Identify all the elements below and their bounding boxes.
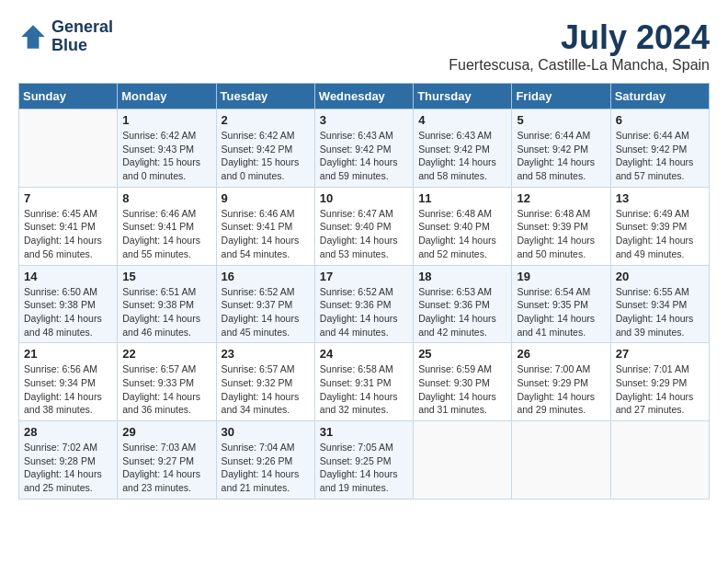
day-info: Sunrise: 6:55 AM Sunset: 9:34 PM Dayligh… (616, 285, 704, 339)
day-number: 21 (24, 347, 112, 361)
day-info: Sunrise: 7:04 AM Sunset: 9:26 PM Dayligh… (222, 441, 310, 495)
day-number: 8 (122, 191, 210, 205)
weekday-header-friday: Friday (512, 84, 610, 109)
calendar-cell: 12Sunrise: 6:48 AM Sunset: 9:39 PM Dayli… (512, 187, 610, 265)
weekday-header-tuesday: Tuesday (216, 84, 314, 109)
day-number: 26 (517, 347, 605, 361)
location-title: Fuertescusa, Castille-La Mancha, Spain (449, 57, 710, 74)
week-row-2: 7Sunrise: 6:45 AM Sunset: 9:41 PM Daylig… (19, 187, 710, 265)
day-number: 9 (222, 191, 310, 205)
day-info: Sunrise: 7:01 AM Sunset: 9:29 PM Dayligh… (616, 362, 704, 417)
weekday-header-sunday: Sunday (19, 84, 118, 109)
day-info: Sunrise: 6:47 AM Sunset: 9:40 PM Dayligh… (320, 207, 408, 261)
month-title: July 2024 (449, 18, 710, 57)
calendar-cell: 4Sunrise: 6:43 AM Sunset: 9:42 PM Daylig… (414, 109, 512, 188)
calendar-cell: 23Sunrise: 6:57 AM Sunset: 9:32 PM Dayli… (216, 343, 314, 421)
weekday-header-thursday: Thursday (414, 84, 512, 109)
day-number: 31 (320, 425, 408, 439)
calendar-cell: 31Sunrise: 7:05 AM Sunset: 9:25 PM Dayli… (314, 421, 413, 500)
calendar-cell: 10Sunrise: 6:47 AM Sunset: 9:40 PM Dayli… (314, 187, 413, 265)
day-info: Sunrise: 6:57 AM Sunset: 9:33 PM Dayligh… (122, 362, 210, 417)
day-number: 17 (320, 270, 408, 283)
day-number: 5 (517, 113, 605, 127)
calendar-cell: 7Sunrise: 6:45 AM Sunset: 9:41 PM Daylig… (19, 187, 118, 265)
calendar-cell: 11Sunrise: 6:48 AM Sunset: 9:40 PM Dayli… (414, 187, 512, 265)
calendar-cell: 21Sunrise: 6:56 AM Sunset: 9:34 PM Dayli… (19, 343, 118, 421)
day-info: Sunrise: 7:05 AM Sunset: 9:25 PM Dayligh… (320, 441, 408, 495)
calendar-cell: 27Sunrise: 7:01 AM Sunset: 9:29 PM Dayli… (610, 343, 709, 421)
day-info: Sunrise: 6:45 AM Sunset: 9:41 PM Dayligh… (24, 207, 112, 261)
day-info: Sunrise: 6:52 AM Sunset: 9:37 PM Dayligh… (222, 285, 310, 339)
calendar-cell: 2Sunrise: 6:42 AM Sunset: 9:42 PM Daylig… (216, 109, 314, 188)
day-info: Sunrise: 6:43 AM Sunset: 9:42 PM Dayligh… (320, 129, 408, 183)
day-info: Sunrise: 6:54 AM Sunset: 9:35 PM Dayligh… (517, 285, 605, 339)
day-info: Sunrise: 7:03 AM Sunset: 9:27 PM Dayligh… (122, 441, 210, 495)
calendar-cell (19, 109, 118, 188)
day-number: 30 (222, 425, 310, 439)
day-number: 22 (122, 347, 210, 361)
calendar-cell: 30Sunrise: 7:04 AM Sunset: 9:26 PM Dayli… (216, 421, 314, 500)
day-number: 13 (616, 191, 704, 205)
calendar-cell: 1Sunrise: 6:42 AM Sunset: 9:43 PM Daylig… (118, 109, 216, 188)
day-number: 20 (616, 270, 704, 283)
title-block: July 2024 Fuertescusa, Castille-La Manch… (449, 18, 710, 74)
day-info: Sunrise: 6:48 AM Sunset: 9:40 PM Dayligh… (418, 207, 506, 261)
day-info: Sunrise: 6:59 AM Sunset: 9:30 PM Dayligh… (418, 362, 506, 417)
logo-icon (18, 22, 48, 52)
day-info: Sunrise: 6:42 AM Sunset: 9:42 PM Dayligh… (222, 129, 310, 183)
page-header: General Blue July 2024 Fuertescusa, Cast… (18, 18, 710, 74)
day-number: 10 (320, 191, 408, 205)
day-info: Sunrise: 6:51 AM Sunset: 9:38 PM Dayligh… (122, 285, 210, 339)
day-info: Sunrise: 6:56 AM Sunset: 9:34 PM Dayligh… (24, 362, 112, 417)
day-number: 25 (418, 347, 506, 361)
day-info: Sunrise: 6:48 AM Sunset: 9:39 PM Dayligh… (517, 207, 605, 261)
svg-marker-0 (21, 25, 45, 49)
weekday-header-saturday: Saturday (610, 84, 709, 109)
day-number: 29 (122, 425, 210, 439)
day-number: 18 (418, 270, 506, 283)
day-info: Sunrise: 6:42 AM Sunset: 9:43 PM Dayligh… (122, 129, 210, 183)
day-number: 11 (418, 191, 506, 205)
week-row-3: 14Sunrise: 6:50 AM Sunset: 9:38 PM Dayli… (19, 265, 710, 343)
calendar-cell: 29Sunrise: 7:03 AM Sunset: 9:27 PM Dayli… (118, 421, 216, 500)
calendar-cell: 28Sunrise: 7:02 AM Sunset: 9:28 PM Dayli… (19, 421, 118, 500)
day-info: Sunrise: 6:57 AM Sunset: 9:32 PM Dayligh… (222, 362, 310, 417)
calendar-cell (414, 421, 512, 500)
day-info: Sunrise: 6:46 AM Sunset: 9:41 PM Dayligh… (222, 207, 310, 261)
calendar-cell: 9Sunrise: 6:46 AM Sunset: 9:41 PM Daylig… (216, 187, 314, 265)
calendar-cell: 22Sunrise: 6:57 AM Sunset: 9:33 PM Dayli… (118, 343, 216, 421)
day-number: 28 (24, 425, 112, 439)
day-number: 12 (517, 191, 605, 205)
week-row-1: 1Sunrise: 6:42 AM Sunset: 9:43 PM Daylig… (19, 109, 710, 188)
day-number: 2 (222, 113, 310, 127)
day-info: Sunrise: 6:49 AM Sunset: 9:39 PM Dayligh… (616, 207, 704, 261)
day-number: 16 (222, 270, 310, 283)
day-info: Sunrise: 6:52 AM Sunset: 9:36 PM Dayligh… (320, 285, 408, 339)
day-number: 6 (616, 113, 704, 127)
calendar-table: SundayMondayTuesdayWednesdayThursdayFrid… (18, 83, 710, 500)
day-info: Sunrise: 7:02 AM Sunset: 9:28 PM Dayligh… (24, 441, 112, 495)
day-number: 4 (418, 113, 506, 127)
logo: General Blue (18, 18, 113, 55)
day-number: 3 (320, 113, 408, 127)
calendar-cell: 26Sunrise: 7:00 AM Sunset: 9:29 PM Dayli… (512, 343, 610, 421)
day-number: 15 (122, 270, 210, 283)
day-number: 27 (616, 347, 704, 361)
calendar-cell: 8Sunrise: 6:46 AM Sunset: 9:41 PM Daylig… (118, 187, 216, 265)
logo-text: General Blue (51, 18, 113, 55)
weekday-header-row: SundayMondayTuesdayWednesdayThursdayFrid… (19, 84, 710, 109)
day-number: 23 (222, 347, 310, 361)
day-number: 7 (24, 191, 112, 205)
calendar-cell (512, 421, 610, 500)
day-info: Sunrise: 6:46 AM Sunset: 9:41 PM Dayligh… (122, 207, 210, 261)
day-number: 14 (24, 270, 112, 283)
calendar-cell: 18Sunrise: 6:53 AM Sunset: 9:36 PM Dayli… (414, 265, 512, 343)
weekday-header-monday: Monday (118, 84, 216, 109)
calendar-cell: 3Sunrise: 6:43 AM Sunset: 9:42 PM Daylig… (314, 109, 413, 188)
day-number: 19 (517, 270, 605, 283)
day-info: Sunrise: 6:58 AM Sunset: 9:31 PM Dayligh… (320, 362, 408, 417)
day-info: Sunrise: 6:44 AM Sunset: 9:42 PM Dayligh… (517, 129, 605, 183)
calendar-cell: 5Sunrise: 6:44 AM Sunset: 9:42 PM Daylig… (512, 109, 610, 188)
day-info: Sunrise: 6:43 AM Sunset: 9:42 PM Dayligh… (418, 129, 506, 183)
calendar-cell: 6Sunrise: 6:44 AM Sunset: 9:42 PM Daylig… (610, 109, 709, 188)
